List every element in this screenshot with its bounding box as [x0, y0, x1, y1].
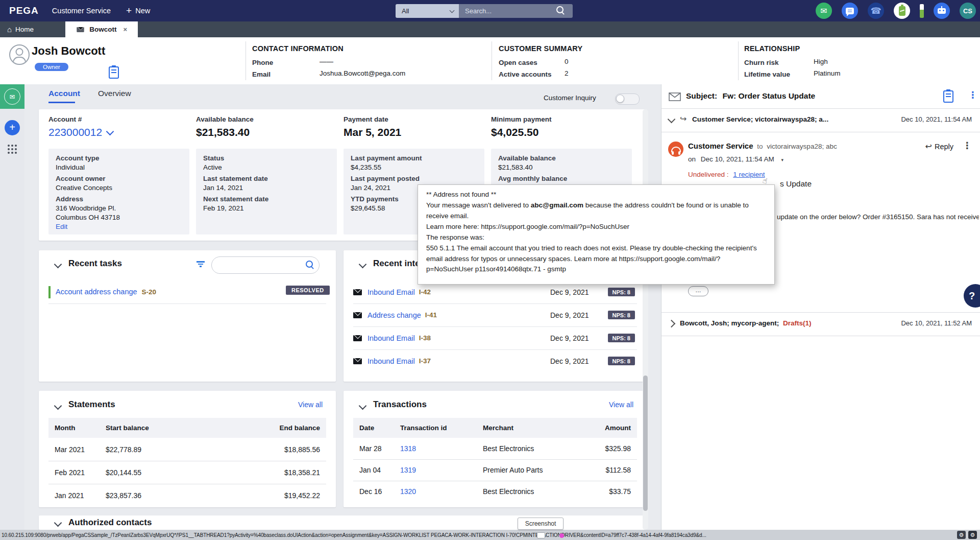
- statement-end: $19,452.22: [284, 491, 320, 500]
- message-date-line[interactable]: on Dec 10, 2021, 11:54 AM ▾: [688, 155, 783, 163]
- thread2-names: Bowcott, Josh; mycorp-agent;: [680, 319, 779, 327]
- show-more-button[interactable]: ...: [688, 286, 708, 296]
- user-avatar[interactable]: CS: [960, 3, 976, 19]
- interaction-date: Dec 9, 2021: [550, 357, 589, 365]
- kebab-menu-icon[interactable]: ⋮: [968, 91, 977, 99]
- collapse-chevron-icon[interactable]: [54, 261, 62, 269]
- transaction-id-link[interactable]: 1318: [400, 444, 483, 453]
- churn-risk-value: High: [814, 58, 828, 65]
- interaction-title-link[interactable]: Inbound Email: [368, 288, 415, 296]
- search-input[interactable]: [464, 7, 553, 15]
- new-button[interactable]: + New: [126, 7, 150, 15]
- health-status-button[interactable]: [894, 3, 910, 19]
- statement-start: $22,778.89: [106, 445, 141, 454]
- statement-row: Jan 2021 $23,857.36 $19,452.22: [48, 484, 326, 507]
- add-task-button[interactable]: +: [5, 120, 20, 135]
- statements-view-all-link[interactable]: View all: [298, 401, 323, 409]
- bot-assistant-button[interactable]: [934, 3, 950, 19]
- tooltip-learn-more: Learn more here: https://support.google.…: [426, 222, 766, 232]
- minimum-payment-label: Minimum payment: [491, 115, 552, 123]
- robot-icon: [938, 8, 946, 14]
- transactions-view-all-link[interactable]: View all: [609, 401, 633, 409]
- filter-icon[interactable]: [197, 261, 205, 268]
- interaction-title-link[interactable]: Address change: [368, 311, 421, 319]
- camera-button[interactable]: [537, 532, 545, 538]
- transaction-id-link[interactable]: 1320: [400, 487, 483, 496]
- chevron-down-icon: [106, 127, 114, 135]
- column-header: Start balance: [106, 424, 149, 432]
- interaction-title-link[interactable]: Inbound Email: [368, 357, 415, 365]
- statement-end: $18,358.21: [284, 468, 320, 477]
- gear-icon[interactable]: ⚙: [957, 531, 966, 539]
- email-body-fragment: s Update: [780, 179, 812, 189]
- recent-tasks-title: Recent tasks: [68, 259, 122, 269]
- kebab-menu-icon[interactable]: ⋮: [963, 142, 972, 150]
- email-channel-icon: ✉: [4, 88, 20, 105]
- transaction-id-link[interactable]: 1319: [400, 466, 483, 474]
- header-divider: [738, 41, 739, 80]
- phone-icon: ☎: [870, 6, 881, 16]
- email-label: Email: [252, 71, 271, 78]
- nps-badge: NPS: 8: [608, 288, 635, 296]
- edit-address-link[interactable]: Edit: [56, 222, 182, 231]
- thread-expand-chevron[interactable]: [668, 320, 676, 328]
- owner-badge: Owner: [35, 63, 68, 71]
- tasks-search-input[interactable]: [218, 261, 297, 270]
- phone-channel-button[interactable]: ☎: [868, 3, 884, 19]
- task-title-link[interactable]: Account address change: [56, 288, 137, 296]
- reply-button[interactable]: ↩ Reply: [925, 142, 953, 151]
- recipient-link[interactable]: 1 recipient: [733, 171, 765, 178]
- tab-account[interactable]: Account: [48, 89, 80, 98]
- collapse-chevron-icon[interactable]: [359, 261, 367, 269]
- workspace-tab-bar: ⌂ Home Bowcott ×: [0, 21, 980, 37]
- collapse-chevron-icon[interactable]: [359, 402, 367, 410]
- tooltip-body-prefix: Your message wasn't delivered to: [426, 201, 531, 209]
- tab-bowcott[interactable]: Bowcott ×: [65, 21, 138, 37]
- contact-information-section: CONTACT INFORMATION Phone —— Email Joshu…: [252, 44, 344, 79]
- headset-icon: [671, 147, 681, 152]
- transactions-title: Transactions: [373, 400, 427, 410]
- email-channel-button[interactable]: ✉: [816, 3, 832, 19]
- panel-divider: [662, 312, 980, 313]
- tab-home[interactable]: ⌂ Home: [0, 21, 41, 37]
- interaction-id: I-42: [419, 288, 431, 296]
- recent-tasks-card: Recent tasks Account address change S-20…: [39, 250, 336, 382]
- customer-inquiry-toggle[interactable]: [615, 93, 640, 105]
- transaction-amount: $325.98: [605, 444, 631, 453]
- thread-participants[interactable]: Customer Service; victorairwayspa28; a..…: [692, 115, 828, 123]
- dialpad-button[interactable]: [8, 145, 10, 147]
- search-scope-select[interactable]: All: [396, 4, 459, 18]
- clipboard-icon[interactable]: [109, 66, 119, 79]
- screenshot-button[interactable]: Screenshot: [518, 518, 564, 530]
- statement-row: Mar 2021 $22,778.89 $18,885.56: [48, 438, 326, 461]
- tooltip-body: Your message wasn't delivered to abc@gma…: [426, 200, 766, 222]
- tab-overview[interactable]: Overview: [98, 89, 131, 98]
- transaction-date: Mar 28: [359, 444, 400, 453]
- thread-participants[interactable]: Bowcott, Josh; mycorp-agent; Drafts(1): [680, 319, 812, 327]
- active-accounts-label: Active accounts: [499, 71, 552, 78]
- panel-divider: [662, 336, 980, 336]
- collapse-chevron-icon[interactable]: [54, 402, 62, 410]
- column-header: Month: [55, 424, 106, 432]
- header-divider: [246, 41, 246, 80]
- payment-date-value: Mar 5, 2021: [344, 126, 401, 138]
- close-icon[interactable]: ×: [123, 26, 127, 33]
- clipboard-icon[interactable]: [943, 90, 953, 103]
- payment-date-label: Payment date: [344, 115, 388, 123]
- available-balance2-label: Available balance: [498, 154, 625, 163]
- thread-collapse-chevron[interactable]: [668, 115, 676, 124]
- account-number-select[interactable]: 223000012: [48, 126, 113, 138]
- active-email-channel-tile[interactable]: ✉: [0, 84, 24, 109]
- customer-avatar-icon: [9, 44, 30, 65]
- transaction-date: Dec 16: [359, 487, 400, 496]
- main-scrollbar-thumb[interactable]: [643, 375, 648, 511]
- interaction-row: Inbound Email I-38 Dec 9, 2021 NPS: 8: [353, 326, 637, 349]
- chat-channel-button[interactable]: [842, 3, 858, 19]
- account-owner-label: Account owner: [56, 174, 182, 183]
- interaction-title-link[interactable]: Inbound Email: [368, 334, 415, 342]
- statements-card: Statements View all Month Start balance …: [39, 391, 336, 507]
- statements-table-header: Month Start balance End balance: [48, 418, 326, 438]
- collapse-chevron-icon[interactable]: [54, 519, 62, 527]
- gear-icon[interactable]: ⚙: [968, 531, 977, 539]
- search-field-wrap: [459, 4, 573, 18]
